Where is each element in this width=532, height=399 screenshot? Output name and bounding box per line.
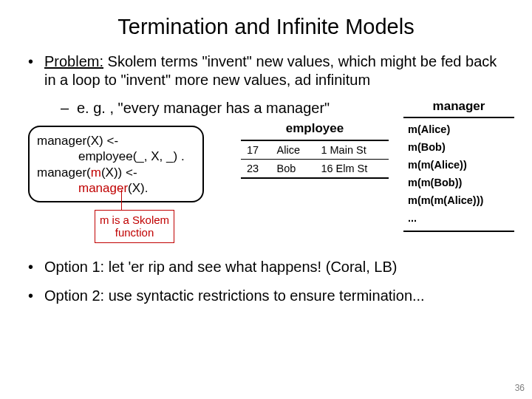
skolem-function-label: m is a Skolem function	[95, 210, 174, 243]
problem-bullet: Problem: Skolem terms "invent" new value…	[27, 52, 505, 89]
manager-column: manager m(Alice) m(Bob) m(m(Alice)) m(m(…	[403, 99, 514, 232]
list-item: ...	[403, 209, 514, 227]
list-item: m(m(m(Alice)))	[403, 191, 514, 209]
page-number: 36	[515, 383, 525, 393]
list-item: m(m(Alice))	[403, 156, 514, 174]
mid-content-row: manager(X) <- employee(_, X, _) . manage…	[27, 121, 505, 250]
employee-table-title: employee	[241, 121, 389, 136]
problem-text: Skolem terms "invent" new values, which …	[44, 53, 497, 88]
list-item: m(Alice)	[403, 120, 514, 138]
manager-table-title: manager	[403, 99, 514, 114]
list-item: m(Bob)	[403, 138, 514, 156]
employee-table: 17 Alice 1 Main St 23 Bob 16 Elm St	[241, 140, 389, 179]
problem-label: Problem:	[44, 53, 103, 69]
slide-title: Termination and Infinite Models	[0, 0, 532, 52]
employee-table-block: employee 17 Alice 1 Main St 23 Bob 16 El…	[241, 121, 389, 179]
option2-bullet: Option 2: use syntactic restrictions to …	[27, 287, 505, 305]
list-item: m(m(Bob))	[403, 174, 514, 191]
skolem-connector-line	[121, 190, 133, 211]
table-row: 23 Bob 16 Elm St	[241, 160, 389, 179]
option1-bullet: Option 1: let 'er rip and see what happe…	[27, 258, 505, 276]
table-row: 17 Alice 1 Main St	[241, 140, 389, 160]
slide-body: Problem: Skolem terms "invent" new value…	[0, 52, 532, 305]
rules-box: manager(X) <- employee(_, X, _) . manage…	[28, 126, 204, 202]
